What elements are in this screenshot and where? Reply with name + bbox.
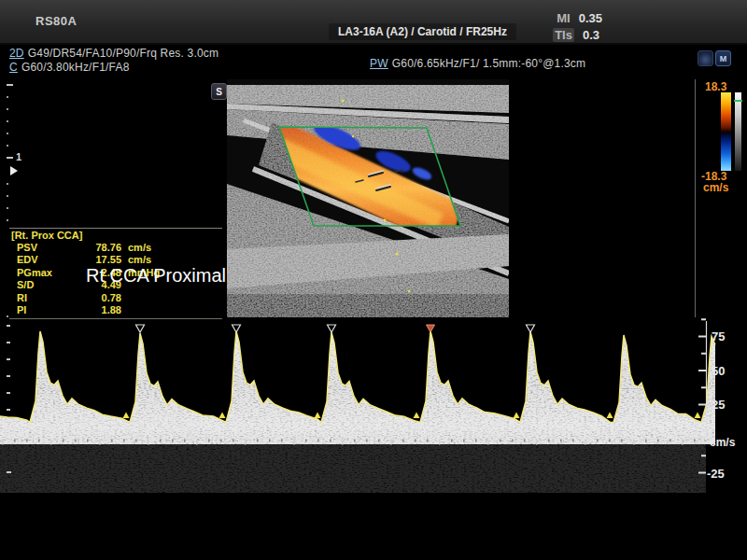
measurement-row: RI0.78 [9, 292, 222, 304]
machine-model: RS80A [35, 14, 77, 28]
color-mode-label: C [9, 61, 18, 74]
time-axis-tick [682, 440, 684, 445]
pw-values: G60/6.65kHz/F1/ 1.5mm:-60°@1.3cm [392, 57, 585, 70]
measurement-title: [Rt. Prox CCA] [9, 230, 222, 242]
time-axis-tick [475, 440, 477, 442]
ruler-tick [7, 108, 8, 110]
time-axis-tick [257, 440, 259, 442]
beat-marker-icon [136, 325, 145, 332]
time-axis-tick [342, 440, 344, 445]
ruler-tick [7, 207, 8, 209]
spectral-display[interactable] [0, 317, 747, 523]
time-axis-tick [330, 440, 331, 442]
image-right-border [695, 79, 696, 317]
ruler-tick [7, 96, 8, 98]
ed-marker-icon [695, 413, 701, 419]
time-axis-tick [390, 440, 392, 445]
time-axis-tick [305, 440, 307, 442]
time-axis-tick [281, 440, 283, 442]
time-axis-tick [354, 440, 356, 442]
bmode-image[interactable] [227, 79, 509, 317]
time-axis-tick [135, 440, 137, 442]
ruler-tick [7, 145, 8, 147]
time-axis-tick [512, 440, 514, 442]
bmode-params: 2DG49/DR54/FA10/P90/Frq Res. 3.0cm [9, 47, 218, 60]
velocity-scale-unit: cm/s [710, 436, 735, 449]
time-axis-tick [427, 440, 429, 442]
time-axis-tick [123, 440, 125, 442]
velocity-scale-75: 75 [712, 329, 725, 343]
probe-exam-title: LA3-16A (A2) / Carotid / FR25Hz [329, 23, 516, 40]
time-axis-tick [645, 440, 647, 442]
color-doppler-bar [721, 92, 731, 171]
selected-beat-marker-icon [427, 325, 435, 332]
time-axis-tick [87, 440, 89, 442]
time-axis-tick [63, 440, 64, 442]
tis-value: 0.3 [583, 28, 599, 42]
time-axis-tick [439, 440, 441, 445]
time-axis-tick [233, 440, 234, 442]
color-params: CG60/3.80kHz/F1/FA8 [9, 61, 130, 74]
time-axis-tick [572, 440, 574, 442]
bmode-label: 2D [9, 47, 24, 60]
bmode-values: G49/DR54/FA10/P90/Frq Res. 3.0cm [28, 47, 219, 60]
bmode-render [227, 79, 509, 317]
time-axis-tick [184, 440, 186, 442]
time-axis-tick [463, 440, 465, 442]
time-axis-tick [2, 440, 4, 445]
below-baseline-noise [0, 441, 706, 493]
ed-marker-icon [219, 413, 226, 419]
ed-marker-icon [607, 413, 613, 419]
ruler-tick [7, 219, 8, 221]
time-axis-tick [560, 440, 562, 442]
ruler-tick [7, 157, 13, 159]
time-axis-tick [694, 440, 696, 442]
time-axis-tick [196, 440, 198, 445]
focus-marker-icon[interactable] [10, 166, 18, 175]
time-axis-tick [75, 440, 77, 442]
time-axis-tick [38, 440, 40, 442]
annotation-text[interactable]: Rt CCA Proximal [86, 265, 226, 287]
ruler-tick [7, 120, 8, 122]
time-axis-tick [451, 440, 453, 442]
beat-marker-icon [527, 325, 535, 332]
time-axis-tick [160, 440, 162, 442]
ruler-tick [7, 183, 8, 185]
mi-indicator: MI 0.35 [557, 11, 602, 25]
title-bar: RS80A LA3-16A (A2) / Carotid / FR25Hz MI… [0, 0, 747, 45]
beat-marker-icon [233, 325, 241, 332]
grayscale-bar [735, 92, 741, 171]
ruler-tick [7, 195, 8, 197]
colorbar-max-label: 18.3 [705, 80, 726, 93]
ruler-tick [7, 133, 8, 134]
colorbar-unit-label: cm/s [703, 181, 728, 194]
time-axis-tick [621, 440, 623, 442]
time-axis-tick [293, 440, 295, 445]
mi-label: MI [557, 11, 570, 25]
ultrasound-screen: RS80A LA3-16A (A2) / Carotid / FR25Hz MI… [0, 0, 747, 560]
time-axis-tick [111, 440, 113, 442]
time-axis-tick [633, 440, 635, 445]
time-axis-tick [524, 440, 526, 442]
ed-marker-icon [315, 413, 321, 419]
time-axis-tick [14, 440, 16, 442]
measurement-row: PSV78.76cm/s [9, 242, 222, 254]
ed-marker-icon [414, 413, 420, 419]
velocity-scale-25: 25 [712, 398, 725, 412]
ed-marker-icon [123, 413, 130, 419]
time-axis-tick [317, 440, 319, 442]
time-axis-tick [487, 440, 489, 445]
grayscale-bar-marker [734, 100, 742, 102]
color-values: G60/3.80kHz/F1/FA8 [21, 61, 130, 74]
dual-view-thumbnail-icon[interactable]: M [715, 50, 731, 66]
time-axis-tick [597, 440, 599, 442]
time-axis-tick [172, 440, 174, 442]
body-marker-thumbnail-icon[interactable] [698, 50, 713, 66]
time-axis-tick [669, 440, 671, 442]
measurement-row: PI1.88 [9, 304, 222, 316]
time-axis-tick [245, 440, 247, 445]
time-axis-tick [26, 440, 28, 442]
orientation-marker: S [211, 83, 227, 100]
time-axis-tick [378, 440, 380, 442]
beat-marker-icon [328, 325, 336, 332]
